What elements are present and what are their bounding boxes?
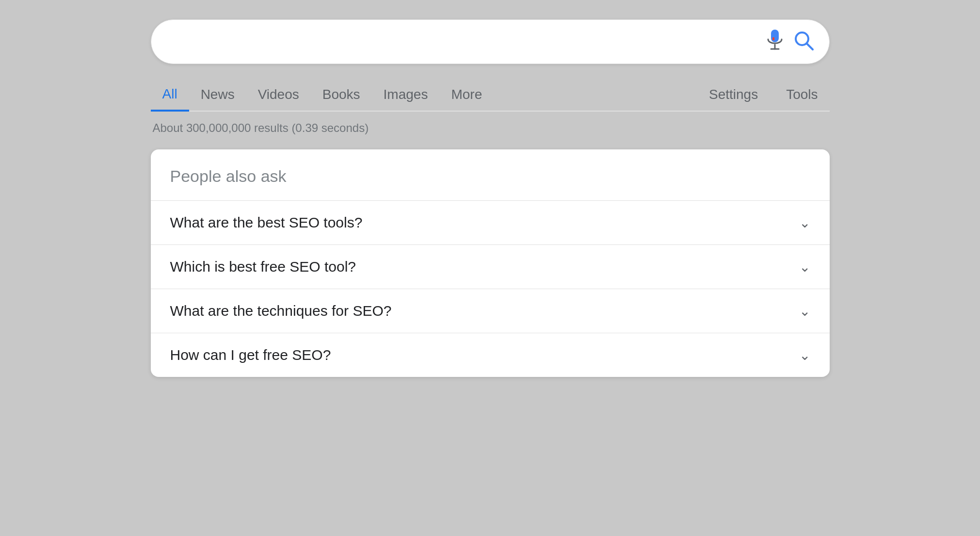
paa-question-3: What are the techniques for SEO? <box>170 303 392 319</box>
tab-videos[interactable]: Videos <box>246 79 311 112</box>
people-also-ask-box: People also ask What are the best SEO to… <box>151 149 830 377</box>
paa-item-1[interactable]: What are the best SEO tools? ⌄ <box>151 200 830 244</box>
search-input[interactable]: seo tools <box>166 32 766 51</box>
tab-tools[interactable]: Tools <box>774 79 829 112</box>
nav-right: Settings Tools <box>697 79 830 111</box>
svg-rect-0 <box>771 30 779 42</box>
nav-tabs: All News Videos Books Images More Settin… <box>151 79 830 112</box>
paa-question-4: How can I get free SEO? <box>170 347 331 363</box>
search-icon[interactable] <box>793 30 815 53</box>
chevron-down-icon-4: ⌄ <box>799 347 810 363</box>
paa-item-3[interactable]: What are the techniques for SEO? ⌄ <box>151 289 830 333</box>
paa-question-2: Which is best free SEO tool? <box>170 259 356 275</box>
results-count: About 300,000,000 results (0.39 seconds) <box>151 121 830 135</box>
chevron-down-icon-2: ⌄ <box>799 259 810 275</box>
tab-images[interactable]: Images <box>372 79 440 112</box>
svg-line-5 <box>807 44 813 49</box>
paa-item-4[interactable]: How can I get free SEO? ⌄ <box>151 333 830 377</box>
search-icons <box>766 29 815 55</box>
svg-rect-1 <box>772 37 774 40</box>
paa-question-1: What are the best SEO tools? <box>170 214 363 231</box>
paa-item-2[interactable]: Which is best free SEO tool? ⌄ <box>151 244 830 289</box>
chevron-down-icon-1: ⌄ <box>799 215 810 231</box>
search-bar: seo tools <box>151 19 830 64</box>
tab-more[interactable]: More <box>439 79 494 112</box>
chevron-down-icon-3: ⌄ <box>799 303 810 319</box>
paa-title: People also ask <box>151 149 830 200</box>
mic-icon[interactable] <box>766 29 784 55</box>
tab-books[interactable]: Books <box>311 79 372 112</box>
search-bar-container: seo tools <box>151 19 830 64</box>
tab-news[interactable]: News <box>189 79 246 112</box>
tab-all[interactable]: All <box>151 79 189 112</box>
tab-settings[interactable]: Settings <box>697 79 770 112</box>
